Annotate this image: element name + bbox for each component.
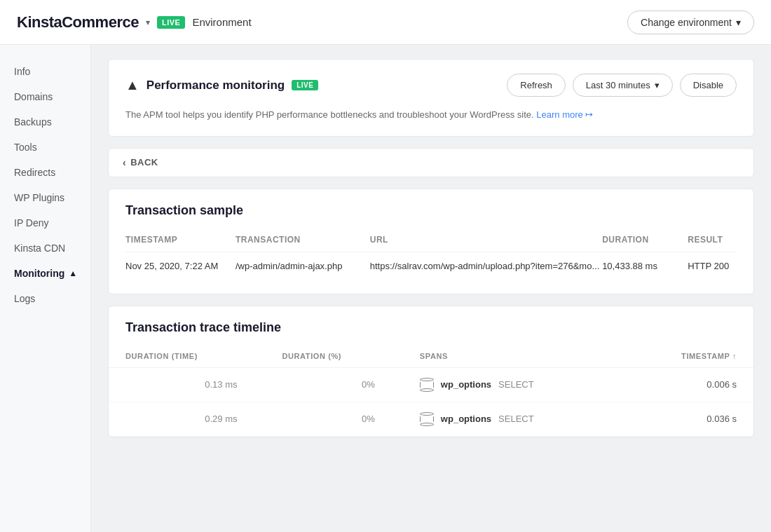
- performance-monitoring-card: ▲ Performance monitoring LIVE Refresh La…: [108, 59, 754, 137]
- col-header-spans: Spans: [403, 346, 622, 368]
- perf-live-badge: LIVE: [292, 80, 318, 90]
- sidebar-item-backups[interactable]: Backups: [0, 109, 90, 135]
- perf-title-group: ▲ Performance monitoring LIVE: [125, 77, 318, 93]
- col-header-duration: Duration: [602, 229, 688, 252]
- col-header-url: URL: [370, 229, 602, 252]
- logo-text: KinstaCommerce: [17, 13, 139, 32]
- trace-row: 0.13 ms 0% wp_options SELECT: [109, 367, 753, 402]
- sidebar-item-redirects[interactable]: Redirects: [0, 160, 90, 185]
- sidebar-item-tools[interactable]: Tools: [0, 135, 90, 160]
- learn-more-link[interactable]: Learn more ↦: [536, 109, 593, 120]
- main-content: ▲ Performance monitoring LIVE Refresh La…: [91, 45, 771, 532]
- main-layout: Info Domains Backups Tools Redirects WP …: [0, 45, 771, 532]
- transaction-sample-card: Transaction sample Timestamp Transaction: [108, 189, 754, 294]
- trace-duration-time: 0.29 ms: [109, 402, 265, 436]
- performance-title: Performance monitoring: [146, 79, 285, 93]
- trace-duration-pct: 0%: [265, 402, 402, 436]
- top-header: KinstaCommerce ▾ LIVE Environment Change…: [0, 0, 771, 45]
- trace-row: 0.29 ms 0% wp_options SELECT: [109, 402, 753, 436]
- performance-description: The APM tool helps you identify PHP perf…: [109, 108, 753, 136]
- header-left: KinstaCommerce ▾ LIVE Environment: [17, 13, 252, 32]
- trace-timestamp: 0.036 s: [622, 402, 753, 436]
- perf-actions: Refresh Last 30 minutes ▾ Disable: [507, 74, 737, 97]
- trace-table: Duration (Time) Duration (%) Spans Times…: [109, 346, 753, 437]
- col-header-result: Result: [688, 229, 737, 252]
- trace-duration-pct: 0%: [265, 367, 402, 402]
- sidebar-item-logs[interactable]: Logs: [0, 286, 90, 311]
- back-arrow-icon: ‹: [123, 157, 126, 168]
- refresh-button[interactable]: Refresh: [507, 74, 566, 97]
- time-range-button[interactable]: Last 30 minutes ▾: [573, 74, 673, 97]
- performance-icon: ▲: [125, 77, 139, 93]
- transaction-table-container: Timestamp Transaction URL Duration: [109, 229, 753, 294]
- transaction-sample-title: Transaction sample: [109, 189, 753, 229]
- cell-duration: 10,433.88 ms: [602, 252, 688, 280]
- disable-button[interactable]: Disable: [680, 74, 737, 97]
- trace-duration-time: 0.13 ms: [109, 367, 265, 402]
- perf-card-header: ▲ Performance monitoring LIVE Refresh La…: [109, 60, 753, 108]
- time-range-chevron-icon: ▾: [655, 80, 660, 90]
- col-header-timestamp: Timestamp: [125, 229, 236, 252]
- col-header-duration-time: Duration (Time): [109, 346, 265, 368]
- transaction-table: Timestamp Transaction URL Duration: [125, 229, 737, 280]
- sidebar-item-monitoring[interactable]: Monitoring ▲: [0, 261, 90, 286]
- col-header-duration-pct: Duration (%): [265, 346, 402, 368]
- sidebar-item-wp-plugins[interactable]: WP Plugins: [0, 185, 90, 210]
- sidebar: Info Domains Backups Tools Redirects WP …: [0, 45, 91, 532]
- change-env-chevron-icon: ▾: [736, 17, 741, 28]
- monitoring-active-icon: ▲: [69, 268, 77, 278]
- sidebar-item-domains[interactable]: Domains: [0, 84, 90, 109]
- cell-timestamp: Nov 25, 2020, 7:22 AM: [125, 252, 236, 280]
- back-button[interactable]: ‹ BACK: [123, 157, 739, 168]
- col-header-trace-timestamp[interactable]: Timestamp ↑: [622, 346, 753, 368]
- database-icon: [420, 412, 434, 426]
- environment-label: Environment: [192, 16, 251, 28]
- col-header-transaction: Transaction: [236, 229, 370, 252]
- sidebar-item-kinsta-cdn[interactable]: Kinsta CDN: [0, 236, 90, 261]
- trace-timeline-card: Transaction trace timeline Duration (Tim…: [108, 306, 754, 437]
- logo-chevron-icon[interactable]: ▾: [146, 18, 150, 27]
- cell-url: https://salrav.com/wp-admin/upload.php?i…: [370, 252, 602, 280]
- sidebar-item-ip-deny[interactable]: IP Deny: [0, 210, 90, 236]
- table-row: Nov 25, 2020, 7:22 AM /wp-admin/admin-aj…: [125, 252, 737, 280]
- database-icon: [420, 378, 434, 392]
- learn-more-arrow-icon: ↦: [585, 109, 593, 120]
- trace-span: wp_options SELECT: [403, 367, 622, 402]
- cell-transaction: /wp-admin/admin-ajax.php: [236, 252, 370, 280]
- header-live-badge: LIVE: [157, 16, 185, 29]
- back-card: ‹ BACK: [108, 148, 754, 177]
- trace-timestamp: 0.006 s: [622, 367, 753, 402]
- trace-span: wp_options SELECT: [403, 402, 622, 436]
- cell-result: HTTP 200: [688, 252, 737, 280]
- sidebar-item-info[interactable]: Info: [0, 59, 90, 84]
- change-environment-button[interactable]: Change environment ▾: [627, 11, 754, 34]
- trace-timeline-title: Transaction trace timeline: [109, 306, 753, 346]
